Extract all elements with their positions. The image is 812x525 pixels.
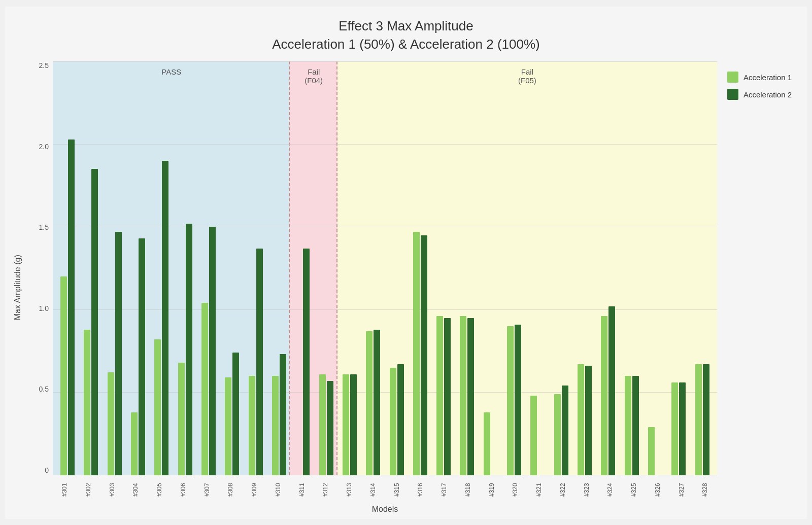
title-line2: Acceleration 1 (50%) & Acceleration 2 (1… [272, 35, 540, 53]
x-tick: #315 [385, 477, 409, 503]
bar-acc1 [319, 374, 326, 475]
x-tick: #305 [148, 477, 172, 503]
legend-color [727, 72, 738, 83]
model-group [667, 61, 690, 475]
bar-acc1 [178, 363, 185, 475]
x-axis-label: Models [53, 505, 717, 514]
bar-acc1 [131, 412, 138, 475]
x-tick: #319 [480, 477, 504, 503]
chart-title: Effect 3 Max Amplitude Acceleration 1 (5… [272, 17, 540, 54]
y-tick: 2.5 [27, 61, 53, 69]
x-tick: #310 [266, 477, 290, 503]
x-tick: #311 [290, 477, 314, 503]
model-group [596, 61, 620, 475]
bar-acc1 [343, 374, 349, 475]
y-tick: 0 [27, 466, 53, 474]
bar-acc1 [60, 276, 67, 475]
bar-acc2 [585, 366, 592, 475]
model-group [573, 61, 596, 475]
bar-acc1 [530, 396, 537, 475]
x-tick: #327 [670, 477, 694, 503]
bar-acc2 [467, 318, 474, 475]
bar-acc1 [272, 376, 279, 475]
x-tick: #321 [527, 477, 551, 503]
bar-acc2 [68, 139, 75, 475]
bar-acc2 [139, 238, 145, 475]
x-tick: #309 [243, 477, 266, 503]
bar-acc2 [327, 381, 333, 475]
model-group [455, 61, 479, 475]
model-group [644, 61, 667, 475]
bar-acc1 [695, 364, 702, 475]
bar-acc1 [578, 364, 584, 475]
x-tick: #308 [219, 477, 243, 503]
x-tick: #307 [195, 477, 219, 503]
legend-label: Acceleration 1 [743, 73, 792, 82]
model-group [385, 61, 408, 475]
model-group [197, 61, 220, 475]
x-tick: #306 [172, 477, 195, 503]
model-group [314, 61, 337, 475]
model-group [409, 61, 432, 475]
bar-acc2 [350, 374, 357, 475]
legend: Acceleration 1Acceleration 2 [717, 61, 802, 513]
chart-plot: 00.51.01.52.02.5 PASSFail (F04)Fail (F05… [27, 61, 717, 475]
bar-acc2 [303, 249, 310, 475]
plot-area: PASSFail (F04)Fail (F05) [53, 61, 717, 475]
model-group [432, 61, 455, 475]
model-group [620, 61, 644, 475]
chart-area-wrapper: 00.51.01.52.02.5 PASSFail (F04)Fail (F05… [27, 61, 717, 513]
x-tick: #326 [646, 477, 670, 503]
bar-acc2 [515, 325, 521, 475]
bar-acc2 [256, 249, 263, 475]
x-tick: #320 [503, 477, 527, 503]
x-tick: #328 [693, 477, 717, 503]
model-group [79, 61, 103, 475]
x-tick: #314 [361, 477, 385, 503]
model-group [690, 61, 714, 475]
bar-acc1 [484, 412, 490, 475]
y-tick: 1.0 [27, 304, 53, 312]
bar-acc1 [366, 331, 373, 475]
x-tick: #301 [53, 477, 77, 503]
legend-item: Acceleration 1 [727, 72, 792, 83]
x-tick: #316 [409, 477, 432, 503]
bar-acc1 [601, 316, 607, 475]
model-group [150, 61, 173, 475]
bar-acc2 [608, 306, 615, 475]
model-group [550, 61, 573, 475]
bar-acc2 [115, 232, 122, 475]
model-group [291, 61, 314, 475]
x-tick: #325 [622, 477, 646, 503]
y-tick: 1.5 [27, 223, 53, 231]
x-tick: #323 [575, 477, 599, 503]
y-tick: 2.0 [27, 143, 53, 151]
bar-acc2 [186, 224, 192, 475]
bar-acc1 [225, 377, 231, 475]
bar-acc2 [280, 354, 286, 475]
y-axis-label: Max Amplitude (g) [10, 61, 25, 513]
bar-acc1 [249, 376, 255, 475]
bar-acc2 [679, 382, 686, 475]
bar-acc1 [671, 382, 678, 475]
model-group [103, 61, 126, 475]
bar-acc1 [648, 427, 655, 475]
model-group [267, 61, 291, 475]
bar-acc2 [209, 227, 216, 475]
bars-container [53, 61, 717, 475]
bar-acc2 [91, 169, 98, 475]
bar-acc1 [436, 316, 443, 475]
x-axis: #301#302#303#304#305#306#307#308#309#310… [53, 475, 717, 503]
chart-body: Max Amplitude (g) 00.51.01.52.02.5 PASSF… [10, 61, 802, 513]
x-tick: #313 [337, 477, 361, 503]
y-axis: 00.51.01.52.02.5 [27, 61, 53, 475]
title-line1: Effect 3 Max Amplitude [272, 17, 540, 35]
bar-acc2 [421, 235, 427, 475]
bar-acc2 [162, 161, 168, 475]
model-group [220, 61, 244, 475]
model-group [126, 61, 150, 475]
x-tick: #317 [432, 477, 456, 503]
x-tick: #324 [598, 477, 622, 503]
bar-acc1 [625, 376, 631, 475]
x-tick: #304 [124, 477, 148, 503]
